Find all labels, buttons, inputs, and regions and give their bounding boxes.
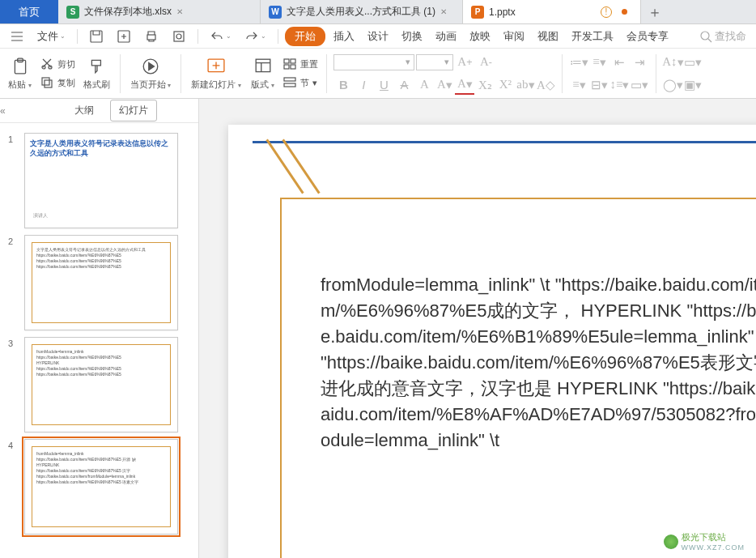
- menu-tab-devtools[interactable]: 开发工具: [567, 26, 618, 47]
- slide-number: 1: [8, 133, 18, 228]
- align-button[interactable]: ≡▾: [569, 75, 588, 95]
- font-family-select[interactable]: ▾: [333, 54, 414, 70]
- menu-tab-review[interactable]: 审阅: [499, 26, 529, 47]
- warning-icon[interactable]: !: [601, 6, 612, 18]
- svg-rect-15: [284, 59, 289, 63]
- brush-icon: [87, 56, 108, 77]
- ribbon-toolbar: 粘贴 ▾ 剪切 复制 格式刷 当页开始 ▾ 新建幻灯片 ▾ 版式 ▾ 重置 节 …: [0, 49, 756, 99]
- increase-font-button[interactable]: A+: [455, 53, 474, 72]
- from-current-button[interactable]: 当页开始 ▾: [127, 54, 174, 92]
- paste-button[interactable]: 粘贴 ▾: [5, 54, 35, 92]
- slide-panel: « 大纲 幻灯片 1 文字是人类用表义符号记录表达信息以传之久远的方式和工具 演…: [0, 99, 199, 558]
- outline-tab[interactable]: 大纲: [66, 100, 102, 121]
- indent-right-button[interactable]: ⇥: [630, 53, 649, 72]
- format-painter-button[interactable]: 格式刷: [80, 54, 113, 92]
- tab-presentation[interactable]: P 1.pptx !: [463, 0, 641, 23]
- new-slide-label: 新建幻灯片: [191, 79, 236, 89]
- line-spacing-button[interactable]: ↕≡▾: [609, 75, 629, 95]
- strike-button[interactable]: A: [394, 75, 414, 95]
- undo-icon[interactable]: ⌄: [205, 26, 236, 47]
- slide-number: 4: [8, 439, 18, 535]
- svg-point-5: [701, 32, 709, 40]
- section-button[interactable]: 节 ▾: [281, 75, 320, 91]
- search-box[interactable]: 查找命: [694, 26, 751, 47]
- section-group: 重置 节 ▾: [281, 56, 320, 91]
- svg-rect-14: [256, 59, 270, 71]
- columns-button[interactable]: ▭▾: [630, 75, 649, 95]
- hamburger-icon[interactable]: [5, 26, 29, 47]
- number-list-button[interactable]: ≡▾: [589, 53, 609, 72]
- menu-tab-design[interactable]: 设计: [363, 26, 393, 47]
- save-icon[interactable]: [84, 26, 108, 47]
- tab-home[interactable]: 首页: [0, 0, 58, 23]
- new-slide-icon: [206, 56, 227, 77]
- superscript-button[interactable]: X²: [495, 75, 515, 95]
- valign-button[interactable]: ⊟▾: [589, 75, 609, 95]
- arrange-button[interactable]: ▣▾: [683, 75, 703, 95]
- layout-button[interactable]: 版式 ▾: [248, 54, 278, 92]
- tab-document[interactable]: W 文字是人类用表义...方式和工具 (1) ✕: [261, 0, 463, 23]
- file-menu[interactable]: 文件 ⌄: [32, 26, 70, 47]
- close-icon[interactable]: ✕: [176, 7, 183, 16]
- subscript-button[interactable]: X₂: [475, 75, 495, 95]
- indent-left-button[interactable]: ⇤: [609, 53, 629, 72]
- menu-tab-view[interactable]: 视图: [533, 26, 563, 47]
- menu-tab-insert[interactable]: 插入: [329, 26, 359, 47]
- menu-tab-start[interactable]: 开始: [285, 27, 325, 46]
- shapes-button[interactable]: ◯▾: [663, 75, 682, 95]
- play-icon: [140, 56, 161, 77]
- underline-button[interactable]: U: [374, 75, 393, 95]
- italic-button[interactable]: I: [354, 75, 373, 95]
- thumbnail-2[interactable]: 2 文字是人类用表义符号记录表达信息以传之久远的方式和工具https://bai…: [0, 232, 198, 334]
- save-as-icon[interactable]: [112, 26, 136, 47]
- bold-button[interactable]: B: [333, 75, 353, 95]
- tab-label: 文件保存到本地.xlsx: [84, 5, 172, 19]
- thumbnail-1[interactable]: 1 文字是人类用表义符号记录表达信息以传之久远的方式和工具 演讲人: [0, 130, 198, 232]
- slide-text[interactable]: fromModule=lemma_inlink" \t "https://bai…: [321, 272, 756, 454]
- tab-spreadsheet[interactable]: S 文件保存到本地.xlsx ✕: [58, 0, 261, 23]
- menu-tab-transition[interactable]: 切换: [397, 26, 427, 47]
- slide-canvas[interactable]: fromModule=lemma_inlink" \t "https://bai…: [199, 99, 756, 558]
- cut-button[interactable]: 剪切: [38, 56, 77, 72]
- paste-label: 粘贴: [8, 79, 26, 89]
- menu-tab-slideshow[interactable]: 放映: [465, 26, 495, 47]
- slide-number: 3: [8, 337, 18, 432]
- font-style-button[interactable]: A: [414, 75, 434, 95]
- slide-number: 2: [8, 235, 18, 330]
- watermark-icon: [664, 535, 678, 549]
- new-slide-button[interactable]: 新建幻灯片 ▾: [188, 54, 244, 92]
- slides-tab[interactable]: 幻灯片: [110, 100, 157, 121]
- slide: fromModule=lemma_inlink" \t "https://bai…: [228, 125, 756, 558]
- text-box-button[interactable]: ▭▾: [683, 53, 703, 72]
- copy-button[interactable]: 复制: [38, 75, 77, 91]
- clear-format-button[interactable]: A◇: [536, 75, 555, 95]
- redo-icon[interactable]: ⌄: [240, 26, 271, 47]
- change-case-button[interactable]: ab▾: [516, 75, 535, 95]
- thumb-content: 文字是人类用表义符号记录表达信息以传之久远的方式和工具https://baike…: [30, 241, 172, 276]
- collapse-icon[interactable]: «: [0, 105, 16, 117]
- tab-label: 1.pptx: [489, 6, 516, 18]
- svg-rect-19: [284, 78, 295, 81]
- watermark: 极光下载站 WWW.XZ7.COM: [664, 531, 745, 552]
- thumb-content: fromModule=lemma_inlinkhttps://baike.bai…: [30, 343, 172, 384]
- print-icon[interactable]: [139, 26, 164, 47]
- thumb-title: 文字是人类用表义符号记录表达信息以传之久远的方式和工具: [30, 138, 172, 158]
- bullet-list-button[interactable]: ≔▾: [569, 53, 588, 72]
- font-color-button[interactable]: A▾: [455, 75, 474, 95]
- highlight-button[interactable]: A▾: [435, 75, 454, 95]
- close-icon[interactable]: ✕: [440, 7, 447, 16]
- thumbnail-4[interactable]: 4 fromModule=lemma_inlinkhttps://baike.b…: [0, 436, 198, 538]
- menu-tab-member[interactable]: 会员专享: [622, 26, 673, 47]
- excel-icon: S: [66, 6, 79, 19]
- thumbnail-3[interactable]: 3 fromModule=lemma_inlinkhttps://baike.b…: [0, 334, 198, 436]
- decrease-font-button[interactable]: A-: [476, 53, 495, 72]
- reset-button[interactable]: 重置: [281, 56, 320, 72]
- print-preview-icon[interactable]: [167, 26, 191, 47]
- menu-tab-animation[interactable]: 动画: [431, 26, 461, 47]
- font-size-select[interactable]: ▾: [416, 54, 453, 70]
- text-direction-button[interactable]: A↕▾: [663, 53, 682, 72]
- unsaved-dot-icon: [622, 9, 627, 15]
- format-painter-label: 格式刷: [83, 79, 110, 91]
- add-tab-button[interactable]: ＋: [641, 0, 669, 23]
- file-label: 文件: [37, 29, 58, 44]
